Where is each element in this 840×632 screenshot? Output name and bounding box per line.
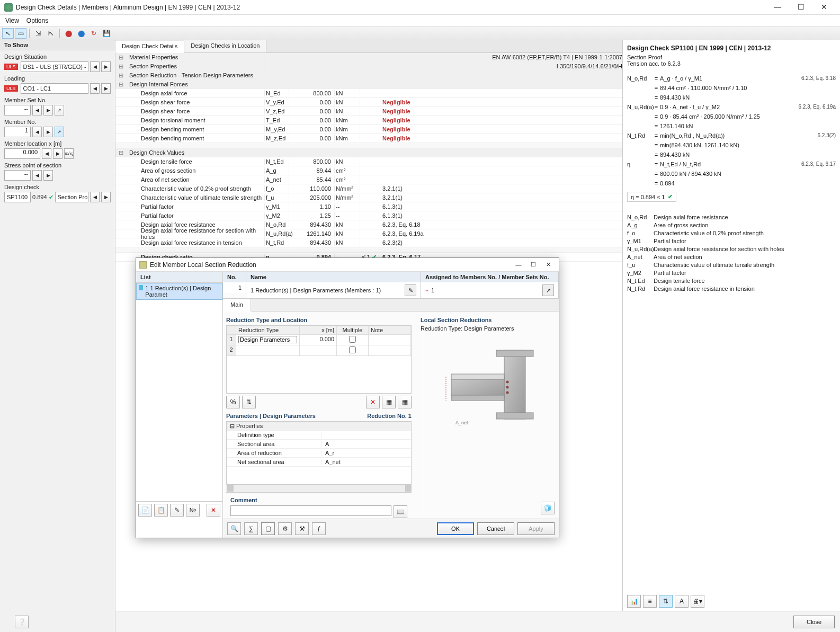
tool-color2-icon[interactable]: ⬤ [75, 28, 87, 39]
next-button[interactable]: ▶ [53, 148, 62, 159]
tool-export-icon[interactable]: ⇱ [45, 28, 57, 39]
prev-button[interactable]: ◀ [90, 192, 100, 202]
tool3-button[interactable]: ƒ [312, 522, 326, 535]
prev-button[interactable]: ◀ [32, 105, 42, 115]
designcheck-type-dropdown[interactable]: Section Proof | T… [55, 192, 88, 202]
table-opt2-button[interactable]: ▦ [398, 396, 412, 408]
num-item-button[interactable]: № [186, 504, 200, 517]
stresspoint-spinner[interactable]: -- [4, 170, 31, 181]
tab-design-checks-location[interactable]: Design Checks in Location [184, 40, 266, 52]
right-opt1-button[interactable]: 📊 [627, 595, 641, 608]
note-cell[interactable] [369, 335, 411, 345]
edit-item-button[interactable]: ✎ [170, 504, 184, 517]
grid-sym: f_o [265, 185, 289, 192]
copy-item-button[interactable]: 📋 [154, 504, 168, 517]
tool-save-icon[interactable]: 💾 [101, 28, 112, 39]
maximize-button[interactable]: ☐ [789, 0, 812, 15]
right-opt3-button[interactable]: ⇅ [659, 595, 673, 608]
designcheck-sp: SP1100 [4, 192, 31, 202]
prop-netarea[interactable]: Net sectional area [227, 459, 322, 465]
apply-button[interactable]: Apply [517, 522, 555, 535]
grid-unit: N/mm² [335, 185, 360, 192]
next-button[interactable]: ▶ [101, 61, 111, 72]
tool-refresh-icon[interactable]: ↻ [88, 28, 100, 39]
close-button[interactable]: Close [793, 616, 835, 628]
grid-label: Partial factor [127, 212, 265, 219]
help-button[interactable]: ❔ [15, 616, 29, 628]
section-section[interactable]: Section Properties [127, 63, 265, 69]
section-reduction[interactable]: Section Reduction - Tension Design Param… [127, 72, 622, 78]
tool-import-icon[interactable]: ⇲ [32, 28, 44, 39]
next-button[interactable]: ▶ [43, 170, 53, 181]
next-button[interactable]: ▶ [101, 83, 111, 94]
tool-color1-icon[interactable]: ⬤ [62, 28, 74, 39]
assign-value[interactable]: 1 [431, 287, 434, 293]
prop-area[interactable]: Sectional area [227, 441, 322, 447]
pick-member-icon[interactable]: ↗ [55, 127, 64, 137]
prev-button[interactable]: ◀ [42, 148, 51, 159]
calc-button[interactable]: ∑ [244, 522, 258, 535]
new-item-button[interactable]: 📄 [138, 504, 152, 517]
section-internal-forces[interactable]: Design Internal Forces [127, 81, 622, 87]
print-button[interactable]: 🖨▾ [691, 595, 704, 608]
prev-button[interactable]: ◀ [90, 83, 100, 94]
view-3d-button[interactable]: 🧊 [541, 502, 555, 514]
cancel-button[interactable]: Cancel [477, 522, 514, 535]
next-button[interactable]: ▶ [101, 192, 111, 202]
edit-name-icon[interactable]: ✎ [405, 284, 416, 296]
multiple-checkbox[interactable] [349, 346, 356, 353]
xi-xj-button[interactable]: xᵢ/xⱼ [64, 148, 74, 159]
tool2-button[interactable]: ⚒ [295, 522, 309, 535]
reduction-x-cell[interactable]: 0.000 [300, 335, 337, 345]
memberset-spinner[interactable]: -- [4, 105, 31, 115]
list-item[interactable]: 1 1 Reduction(s) | Design Paramet [136, 283, 222, 300]
percent-button[interactable]: % [226, 396, 240, 408]
dialog-close[interactable]: ✕ [541, 259, 556, 271]
memberno-spinner[interactable]: 1 [4, 127, 31, 137]
dialog-minimize[interactable]: — [511, 259, 526, 271]
grid-unit: kN [335, 158, 360, 165]
zoom-button[interactable]: 🔍 [227, 522, 241, 535]
design-situation-dropdown[interactable]: DS1 - ULS (STR/GEO) - Perman… [21, 61, 88, 72]
tab-main[interactable]: Main [223, 299, 251, 311]
prop-deftype[interactable]: Definition type [227, 432, 322, 438]
reduction-type-input[interactable] [238, 336, 297, 343]
next-button[interactable]: ▶ [43, 127, 53, 137]
uls-badge-2: ULS [4, 85, 18, 92]
section-check-values[interactable]: Design Check Values [127, 149, 622, 156]
comment-lib-button[interactable]: 📖 [394, 505, 407, 518]
section-material[interactable]: Material Properties [127, 54, 265, 60]
uls-badge: ULS [4, 64, 18, 70]
delete-row-button[interactable]: ✕ [366, 396, 380, 408]
grid-sym: M_z,Ed [265, 135, 289, 141]
legend-symbol: γ_M1 [627, 238, 654, 244]
multiple-checkbox[interactable] [349, 336, 356, 343]
tool-arrow-icon[interactable]: ↖ [2, 28, 14, 39]
comment-input[interactable] [230, 505, 391, 516]
tool-select-icon[interactable]: ▭ [15, 28, 26, 39]
pick-assign-icon[interactable]: ↗ [542, 284, 554, 296]
svg-rect-0 [504, 350, 525, 419]
right-opt4-button[interactable]: A [675, 595, 689, 608]
loading-dropdown[interactable]: CO1 - LC1 [21, 83, 88, 94]
memberloc-spinner[interactable]: 0.000 [4, 148, 40, 159]
prev-button[interactable]: ◀ [90, 61, 100, 72]
pick-icon[interactable]: ↗ [55, 105, 64, 115]
next-button[interactable]: ▶ [43, 105, 53, 115]
right-opt2-button[interactable]: ≡ [643, 595, 657, 608]
tab-design-check-details[interactable]: Design Check Details [115, 41, 184, 53]
prev-button[interactable]: ◀ [32, 170, 42, 181]
delete-item-button[interactable]: ✕ [207, 504, 220, 517]
menu-view[interactable]: View [5, 17, 19, 24]
close-window-button[interactable]: ✕ [812, 0, 836, 15]
table-opt1-button[interactable]: ▦ [382, 396, 396, 408]
dialog-maximize[interactable]: ☐ [526, 259, 541, 271]
menu-options[interactable]: Options [26, 17, 48, 24]
prop-areared[interactable]: Area of reduction [227, 450, 322, 456]
sort-button[interactable]: ⇅ [242, 396, 256, 408]
prev-button[interactable]: ◀ [32, 127, 42, 137]
ok-button[interactable]: OK [437, 522, 474, 535]
minimize-button[interactable]: — [766, 0, 789, 15]
section-view-button[interactable]: ▢ [261, 522, 275, 535]
tool-button[interactable]: ⚙ [278, 522, 292, 535]
